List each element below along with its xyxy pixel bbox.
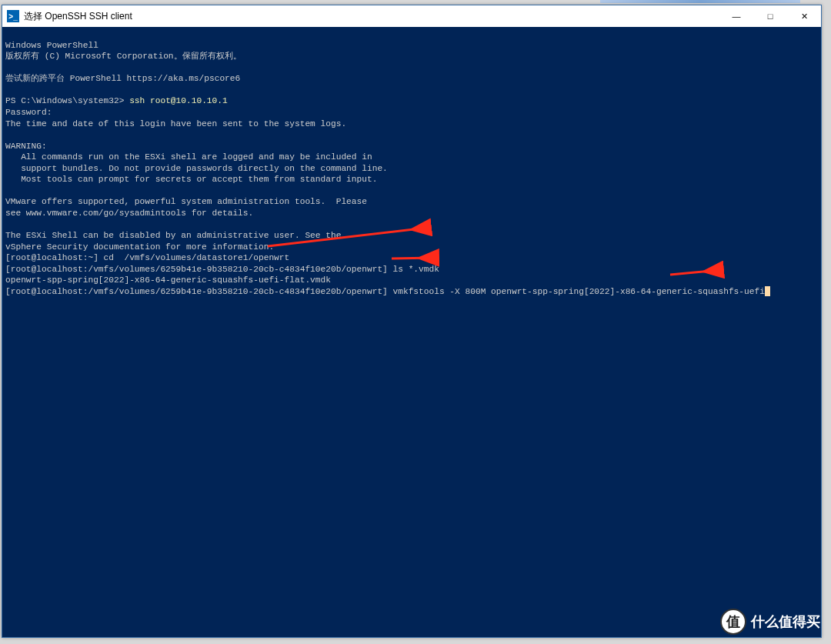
terminal-line: [root@localhost:~] cd /vmfs/volumes/data… (5, 253, 289, 262)
terminal-line: support bundles. Do not provide password… (5, 164, 388, 173)
maximize-button[interactable]: □ (753, 5, 787, 27)
terminal-line: vSphere Security documentation for more … (5, 242, 274, 252)
terminal-prompt: PS C:\Windows\system32> (5, 96, 129, 105)
terminal-line: VMware offers supported, powerful system… (5, 197, 367, 206)
background-tab-hint (600, 0, 800, 3)
window-controls: — □ ✕ (719, 5, 821, 27)
powershell-window: >_ 选择 OpenSSH SSH client — □ ✕ Windows P… (2, 5, 822, 638)
terminal-line: Most tools can prompt for secrets or acc… (5, 175, 377, 184)
terminal-line: WARNING: (5, 142, 47, 151)
terminal-line: Password: (5, 108, 52, 117)
minimize-button[interactable]: — (719, 5, 753, 27)
ssh-command: ssh root@10.10.10.1 (129, 96, 228, 105)
terminal-area[interactable]: Windows PowerShell 版权所有 (C) Microsoft Co… (2, 27, 821, 637)
terminal-line: see www.vmware.com/go/sysadmintools for … (5, 209, 253, 218)
terminal-line: 尝试新的跨平台 PowerShell https://aka.ms/pscore… (5, 74, 240, 83)
terminal-line: The ESXi Shell can be disabled by an adm… (5, 231, 341, 240)
window-title: 选择 OpenSSH SSH client (24, 10, 719, 23)
close-button[interactable]: ✕ (787, 5, 821, 27)
watermark: 值 什么值得买 (720, 609, 820, 635)
terminal-line: Windows PowerShell (5, 41, 98, 50)
svg-line-3 (392, 258, 435, 259)
terminal-line: [root@localhost:/vmfs/volumes/6259b41e-9… (5, 265, 439, 274)
powershell-icon: >_ (7, 10, 19, 22)
window-titlebar[interactable]: >_ 选择 OpenSSH SSH client — □ ✕ (2, 5, 821, 27)
terminal-line: 版权所有 (C) Microsoft Corporation。保留所有权利。 (5, 52, 242, 61)
terminal-line: All commands run on the ESXi shell are l… (5, 152, 372, 162)
svg-line-5 (670, 270, 719, 275)
terminal-line: The time and date of this login have bee… (5, 119, 346, 128)
terminal-line: openwrt-spp-spring[2022]-x86-64-generic-… (5, 275, 331, 285)
watermark-badge-icon: 值 (720, 609, 746, 635)
terminal-line: [root@localhost:/vmfs/volumes/6259b41e-9… (5, 287, 765, 296)
watermark-text: 什么值得买 (751, 612, 820, 631)
terminal-cursor (765, 286, 770, 296)
